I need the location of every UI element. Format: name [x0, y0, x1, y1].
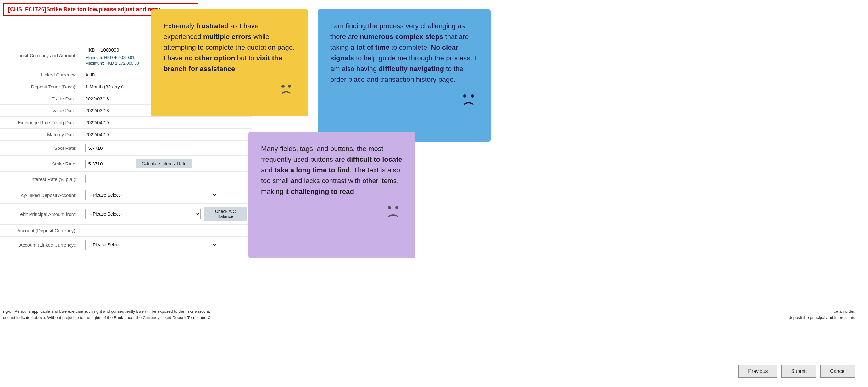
svg-point-4 — [388, 206, 391, 209]
check-ac-balance-button[interactable]: Check A/C Balance — [204, 207, 247, 221]
hkd-label: HKD — [85, 47, 95, 53]
spot-rate-input[interactable] — [85, 144, 132, 152]
spot-rate-row: Spot Rate: — [0, 141, 252, 156]
value-date-label: Value Date: — [0, 105, 81, 117]
account-deposit-currency-label: Account (Deposit Currency): — [0, 225, 81, 237]
footer-text-left: ng-off Period is applicable and I/we exe… — [3, 308, 255, 321]
svg-point-2 — [463, 94, 466, 97]
strike-rate-label: Strike Rate: — [0, 156, 81, 172]
interest-rate-label: Interest Rate (% p.a.): — [0, 172, 81, 187]
maturity-date-value: 2022/04/19 — [81, 129, 252, 141]
deposit-tenor-label: Deposit Tenor (Days): — [0, 81, 81, 93]
calculate-interest-rate-button[interactable]: Calculate Interest Rate — [136, 159, 191, 168]
maturity-date-row: Maturity Date: 2022/04/19 — [0, 129, 252, 141]
strike-rate-input[interactable] — [85, 159, 132, 168]
difficult-card-text: Many fields, tags, and buttons, the most… — [261, 144, 403, 197]
spot-rate-label: Spot Rate: — [0, 141, 81, 156]
frustrated-card-text: Extremely frustrated as I have experienc… — [163, 21, 296, 74]
cancel-button[interactable]: Cancel — [820, 365, 856, 378]
ccy-linked-account-label: cy-linked Deposit Account: — [0, 187, 81, 204]
previous-button[interactable]: Previous — [738, 365, 777, 378]
ccy-linked-account-row: cy-linked Deposit Account: - Please Sele… — [0, 187, 252, 204]
footer-right-line2: deposit the principal and interest into — [698, 315, 856, 321]
footer-buttons: Previous Submit Cancel — [738, 365, 856, 378]
deposit-currency-label: posit Currency and Amount: — [0, 42, 81, 69]
linked-currency-label: Linked Currency: — [0, 69, 81, 81]
debit-principal-label: ebit Principal Amount from: — [0, 204, 81, 225]
strike-rate-row: Strike Rate: Calculate Interest Rate — [0, 156, 252, 172]
fixing-date-row: Exchange Rate Fixing Date: 2022/04/19 — [0, 117, 252, 129]
frustrated-card: Extremely frustrated as I have experienc… — [151, 9, 308, 116]
debit-principal-row: ebit Principal Amount from: - Please Sel… — [0, 204, 252, 225]
interest-rate-row: Interest Rate (% p.a.): — [0, 172, 252, 187]
account-deposit-currency-row: Account (Deposit Currency): — [0, 225, 252, 237]
footer-text-line1: ng-off Period is applicable and I/we exe… — [3, 308, 255, 315]
maturity-date-label: Maturity Date: — [0, 129, 81, 141]
account-linked-currency-select[interactable]: - Please Select - — [85, 240, 217, 250]
svg-point-5 — [395, 206, 399, 209]
svg-point-3 — [471, 94, 474, 97]
footer-right-line1: ce an order. — [698, 308, 856, 315]
account-linked-currency-row: Account (Linked Currency): - Please Sele… — [0, 237, 252, 253]
svg-point-0 — [281, 85, 285, 88]
challenging-card-text: I am finding the process very challengin… — [330, 21, 478, 85]
footer-text-right: ce an order. deposit the principal and i… — [698, 308, 856, 321]
debit-principal-select[interactable]: - Please Select - — [85, 209, 200, 219]
difficult-card: Many fields, tags, and buttons, the most… — [248, 132, 415, 258]
fixing-date-label: Exchange Rate Fixing Date: — [0, 117, 81, 129]
yellow-card-sad-face — [163, 79, 296, 98]
fixing-date-value: 2022/04/19 — [81, 117, 252, 129]
trade-date-label: Trade Date: — [0, 93, 81, 105]
account-linked-currency-label: Account (Linked Currency): — [0, 237, 81, 253]
ccy-linked-account-select[interactable]: - Please Select - — [85, 190, 217, 200]
blue-card-sad-face — [330, 90, 478, 109]
submit-button[interactable]: Submit — [781, 365, 816, 378]
interest-rate-input[interactable] — [85, 175, 132, 183]
purple-card-sad-face — [261, 202, 403, 221]
challenging-card: I am finding the process very challengin… — [318, 9, 491, 142]
footer-text-line2: ccount indicated above. Without prejudic… — [3, 315, 255, 321]
svg-point-1 — [288, 85, 291, 88]
